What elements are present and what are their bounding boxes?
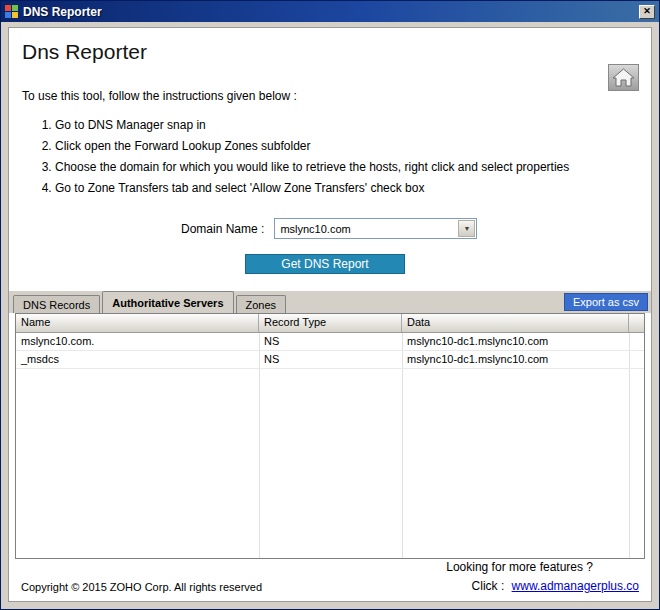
dns-reporter-window: DNS Reporter ✕ Dns Reporter To use this … [0,0,660,610]
close-button[interactable]: ✕ [639,5,655,19]
copyright-text: Copyright © 2015 ZOHO Corp. All rights r… [21,581,262,593]
click-line: Click : www.admanagerplus.co [446,579,639,593]
results-table: Name Record Type Data mslync10.com. NS m… [15,313,645,559]
page-title: Dns Reporter [22,40,651,64]
instruction-step: Choose the domain for which you would li… [55,160,651,174]
content-panel: Dns Reporter To use this tool, follow th… [8,27,652,602]
titlebar[interactable]: DNS Reporter ✕ [1,1,659,22]
export-csv-button[interactable]: Export as csv [564,293,648,311]
cell-data: mslync10-dc1.mslync10.com [402,333,629,350]
tab-dns-records[interactable]: DNS Records [13,295,100,313]
table-row[interactable]: mslync10.com. NS mslync10-dc1.mslync10.c… [16,333,644,351]
domain-name-label: Domain Name : [181,222,264,236]
instructions-list: Go to DNS Manager snap in Click open the… [55,111,651,195]
app-icon [5,5,18,18]
table-header-row: Name Record Type Data [16,314,644,333]
cell-record-type: NS [259,333,402,350]
get-dns-report-button[interactable]: Get DNS Report [245,254,405,274]
tab-zones[interactable]: Zones [236,295,287,313]
column-header-record-type[interactable]: Record Type [259,314,402,332]
cell-name: mslync10.com. [16,333,259,350]
promo-text: Looking for more features ? [446,560,639,574]
domain-form-row: Domain Name : mslync10.com ▼ [181,218,651,239]
cell-data: mslync10-dc1.mslync10.com [402,351,629,368]
table-row[interactable]: _msdcs NS mslync10-dc1.mslync10.com [16,351,644,369]
home-icon[interactable] [608,64,639,91]
promo-block: Looking for more features ? Click : www.… [446,560,639,593]
admanagerplus-link[interactable]: www.admanagerplus.co [512,579,639,593]
instructions-intro: To use this tool, follow the instruction… [22,89,651,103]
click-label: Click : [472,579,505,593]
footer: Copyright © 2015 ZOHO Corp. All rights r… [9,559,651,601]
domain-name-value: mslync10.com [275,223,458,235]
tab-authoritative-servers[interactable]: Authoritative Servers [102,291,233,313]
column-header-stub [629,314,644,332]
chevron-down-icon[interactable]: ▼ [458,220,475,237]
instruction-step: Go to Zone Transfers tab and select 'All… [55,181,651,195]
window-frame: Dns Reporter To use this tool, follow th… [1,22,659,609]
domain-name-combobox[interactable]: mslync10.com ▼ [274,218,477,239]
window-title: DNS Reporter [23,5,634,19]
table-body: mslync10.com. NS mslync10-dc1.mslync10.c… [16,333,644,558]
cell-record-type: NS [259,351,402,368]
cell-name: _msdcs [16,351,259,368]
column-header-data[interactable]: Data [402,314,629,332]
instruction-step: Click open the Forward Lookup Zones subf… [55,139,651,153]
tab-strip: DNS Records Authoritative Servers Zones … [9,291,651,313]
column-header-name[interactable]: Name [16,314,259,332]
instruction-step: Go to DNS Manager snap in [55,118,651,132]
